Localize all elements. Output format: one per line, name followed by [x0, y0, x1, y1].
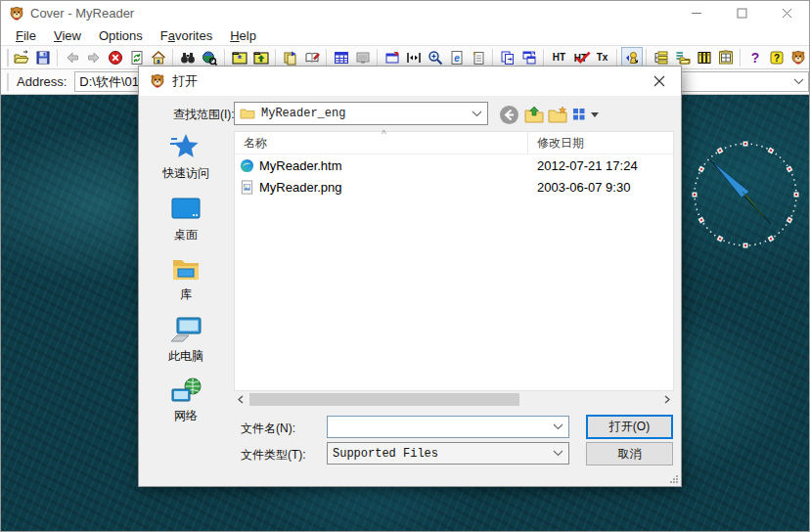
open-dialog: 打开 查找范围(I): MyReader_eng 快速访问 桌面 — [138, 66, 682, 487]
cascade-icon — [521, 50, 537, 66]
sidebar-item-label: 桌面 — [174, 227, 198, 244]
file-name-dropdown-icon[interactable] — [553, 423, 563, 430]
open-confirm-button[interactable]: 打开(O) — [586, 415, 673, 439]
toolbar-separator — [543, 49, 545, 66]
toolbar-separator — [224, 49, 226, 66]
nav-up-button[interactable] — [522, 103, 546, 126]
dialog-close-button[interactable] — [637, 67, 681, 96]
scrollbar-thumb[interactable] — [249, 393, 519, 406]
clock-minute-hand — [713, 162, 749, 198]
scroll-left-button[interactable] — [234, 392, 248, 407]
toolbar-gripper[interactable] — [4, 49, 9, 66]
speaker-icon — [624, 50, 640, 66]
menu-file[interactable]: File — [7, 26, 45, 45]
views-menu-button[interactable] — [569, 103, 601, 126]
bookshelf-home-button[interactable] — [715, 47, 737, 68]
new-folder-icon — [548, 106, 567, 123]
file-type-combobox[interactable]: Supported Files — [327, 442, 569, 465]
back-button[interactable] — [62, 47, 83, 68]
addressbar-gripper[interactable] — [4, 73, 9, 91]
toolbar-separator — [275, 49, 277, 66]
sidebar-item-this-pc[interactable]: 此电脑 — [168, 316, 203, 365]
new-page-icon — [471, 50, 486, 66]
cancel-button[interactable]: 取消 — [586, 442, 673, 466]
maximize-button[interactable] — [719, 1, 764, 25]
sidebar-item-label: 库 — [180, 287, 192, 303]
file-name-combobox[interactable] — [327, 416, 569, 438]
svg-text:?: ? — [774, 53, 780, 64]
pages-import-icon — [283, 50, 298, 66]
app-tiger-icon — [9, 6, 24, 22]
file-name: MyReader.png — [259, 180, 342, 195]
sidebar-item-network[interactable]: 网络 — [169, 377, 202, 424]
save-button[interactable] — [32, 47, 54, 68]
red-check-icon — [575, 50, 591, 66]
nav-back-icon — [499, 105, 519, 125]
help-box-icon: ? — [769, 50, 785, 66]
analog-clock — [680, 138, 810, 257]
sidebar-item-label: 此电脑 — [168, 348, 203, 365]
about-button[interactable] — [788, 47, 809, 68]
help-question-icon: ? — [747, 50, 763, 66]
open-file-button[interactable] — [11, 47, 32, 68]
dialog-title-bar[interactable]: 打开 — [139, 66, 681, 96]
library-books-button[interactable] — [694, 47, 715, 68]
sidebar-item-quick-access[interactable]: 快速访问 — [162, 131, 209, 182]
image-file-icon — [240, 180, 254, 195]
refresh-icon — [129, 50, 145, 66]
new-folder-nav-button[interactable] — [546, 103, 569, 126]
file-row-htm[interactable]: MyReader.htm 2012-07-21 17:24 — [235, 155, 673, 176]
close-button[interactable] — [764, 1, 809, 25]
scroll-right-button[interactable] — [660, 392, 674, 407]
toolbar-separator — [57, 49, 59, 66]
menu-favorites[interactable]: Favorites — [152, 26, 221, 45]
menu-options[interactable]: Options — [90, 26, 152, 45]
menu-view[interactable]: View — [45, 26, 90, 45]
file-row-png[interactable]: MyReader.png 2003-06-07 9:30 — [235, 176, 673, 198]
column-header-date[interactable]: 修改日期 — [528, 135, 584, 152]
look-in-label: 查找范围(I): — [173, 107, 235, 123]
back-arrow-icon — [65, 50, 80, 66]
sidebar-item-label: 网络 — [174, 408, 198, 424]
look-in-combobox[interactable]: MyReader_eng — [234, 102, 488, 125]
maximize-icon — [737, 8, 747, 19]
title-bar[interactable]: Cover - MyReader — [1, 1, 809, 25]
menu-help[interactable]: Help — [221, 26, 265, 45]
sidebar-item-libraries[interactable]: 库 — [170, 256, 202, 303]
binoculars-icon — [180, 50, 196, 66]
sidebar-item-desktop[interactable]: 桌面 — [170, 195, 202, 244]
help-button[interactable]: ? — [744, 47, 766, 68]
file-type-dropdown-icon[interactable] — [553, 450, 563, 457]
views-grid-icon — [572, 107, 589, 122]
forward-button[interactable] — [83, 47, 105, 68]
copy-pages-icon — [500, 50, 516, 66]
window-resize-icon — [384, 50, 400, 66]
column-header-name[interactable]: 名称 ^ — [235, 132, 528, 154]
file-list-header: 名称 ^ 修改日期 — [235, 132, 673, 155]
stop-button[interactable] — [105, 47, 126, 68]
dialog-resize-grip[interactable] — [669, 474, 679, 484]
context-help-button[interactable]: ? — [766, 47, 788, 68]
globe-search-icon — [202, 50, 217, 66]
nav-back-button[interactable] — [497, 103, 520, 126]
file-type-label: 文件类型(T): — [241, 447, 306, 464]
file-type-value: Supported Files — [333, 447, 438, 461]
html-file-icon — [240, 158, 254, 173]
address-dropdown-icon[interactable] — [793, 78, 804, 85]
scrollbar-track[interactable] — [248, 392, 660, 407]
toolbar-separator — [740, 49, 742, 66]
sort-ascending-icon: ^ — [382, 129, 386, 140]
places-sidebar: 快速访问 桌面 库 此电脑 网络 — [139, 131, 233, 437]
minimize-button[interactable] — [674, 1, 719, 25]
file-date: 2012-07-21 17:24 — [528, 158, 638, 173]
close-icon — [782, 8, 792, 19]
libraries-icon — [170, 256, 202, 284]
toolbar-separator — [326, 49, 328, 66]
toolbar-separator — [377, 49, 379, 66]
file-name-label: 文件名(N): — [241, 421, 295, 437]
window-title: Cover - MyReader — [30, 6, 134, 21]
quick-access-icon — [170, 131, 202, 162]
dialog-tiger-icon — [150, 73, 165, 89]
minimize-icon — [692, 8, 702, 19]
look-in-dropdown-icon[interactable] — [472, 111, 482, 117]
